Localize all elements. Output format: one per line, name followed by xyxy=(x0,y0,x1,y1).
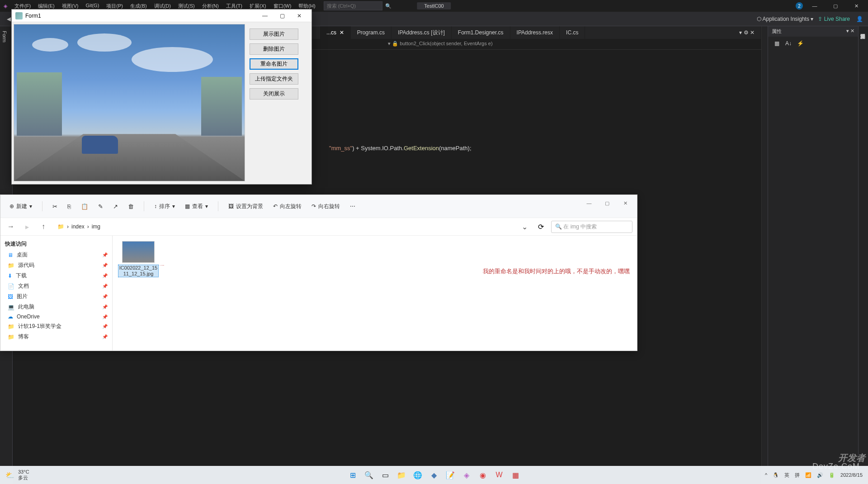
sidebar-quick-access[interactable]: 快速访问 xyxy=(0,238,112,250)
form1-maximize-button[interactable]: ▢ xyxy=(274,10,291,22)
maximize-button[interactable]: ▢ xyxy=(826,0,844,12)
task-view-icon[interactable]: ▭ xyxy=(379,469,392,481)
file-item[interactable]: IC002022_12_1511_12_15.jpg xyxy=(118,241,159,277)
live-share-button[interactable]: ⇪ Live Share xyxy=(818,16,850,22)
weather-text: 多云 xyxy=(18,475,29,481)
prop-alpha-icon[interactable]: A↓ xyxy=(783,38,793,48)
new-button[interactable]: ⊕ 新建 ▾ xyxy=(7,201,35,212)
app-insights-dropdown[interactable]: ⬡ Application Insights ▾ xyxy=(757,16,813,22)
svg-line-0 xyxy=(158,266,619,266)
sidebar-item-scholarship[interactable]: 📁计软19-1班奖学金📌 xyxy=(0,321,112,332)
sidebar-item-thispc[interactable]: 💻此电脑📌 xyxy=(0,302,112,312)
svg-marker-1 xyxy=(158,265,164,266)
app-task-icon-1[interactable]: ◆ xyxy=(428,469,440,481)
tab-form1-designer[interactable]: Form1.Designer.cs xyxy=(452,26,510,39)
account-icon[interactable]: 👤 xyxy=(854,14,864,24)
rename-icon[interactable]: ✎ xyxy=(95,201,106,212)
rotate-left-button[interactable]: ↶ 向左旋转 xyxy=(270,201,304,212)
explorer-minimize-button[interactable]: — xyxy=(580,197,598,209)
explorer-search-input[interactable]: 🔍 在 img 中搜索 xyxy=(551,221,632,233)
tab-program[interactable]: Program.cs xyxy=(351,26,392,39)
delete-icon[interactable]: 🗑 xyxy=(125,201,137,212)
cut-icon[interactable]: ✂ xyxy=(50,201,60,212)
project-name: TestIC00 xyxy=(417,2,451,9)
folder-icon: 📁 xyxy=(57,223,64,230)
notification-badge[interactable]: 2 xyxy=(796,2,803,9)
form1-app-icon xyxy=(15,12,23,19)
solution-explorer-tab[interactable]: 解决方案资源管理器 xyxy=(859,26,867,33)
explorer-close-button[interactable]: ✕ xyxy=(616,197,634,209)
ime-method[interactable]: 拼 xyxy=(795,472,800,479)
nav-forward-icon[interactable]: ▸ xyxy=(21,221,33,233)
tab-active[interactable]: ...cs ✕ xyxy=(320,26,351,39)
left-panel-tab[interactable]: Form xyxy=(0,26,9,47)
more-button[interactable]: ⋯ xyxy=(347,201,358,211)
chrome-task-icon[interactable]: 🌐 xyxy=(411,469,424,481)
address-bar[interactable]: 📁 › index › img xyxy=(54,222,514,232)
sidebar-item-source[interactable]: 📁源代码📌 xyxy=(0,260,112,270)
wifi-icon[interactable]: 📶 xyxy=(805,472,811,478)
nav-up-icon[interactable]: ↑ xyxy=(38,221,49,233)
panel-menu-icon[interactable]: ▾ ✕ xyxy=(846,28,854,35)
paste-icon[interactable]: 📋 xyxy=(78,201,91,212)
tab-ipaddress-resx[interactable]: IPAddress.resx xyxy=(510,26,560,39)
prop-events-icon[interactable]: ⚡ xyxy=(795,38,805,48)
upload-folder-button[interactable]: 上传指定文件夹 xyxy=(250,73,298,85)
refresh-icon[interactable]: ⟳ xyxy=(535,221,547,233)
clock-date[interactable]: 2022/8/15 xyxy=(840,472,863,478)
explorer-task-icon[interactable]: 📁 xyxy=(395,469,408,481)
annotation-arrow xyxy=(158,265,619,266)
search-go-icon[interactable]: 🔍 xyxy=(385,3,392,9)
sidebar-item-downloads[interactable]: ⬇下载📌 xyxy=(0,270,112,281)
volume-icon[interactable]: 🔊 xyxy=(817,472,823,478)
pin-icon: 📌 xyxy=(102,252,108,257)
set-background-button[interactable]: 🖼 设置为背景 xyxy=(226,201,266,212)
sidebar-item-blog[interactable]: 📁博客📌 xyxy=(0,332,112,342)
ime-lang[interactable]: 英 xyxy=(784,472,789,479)
search-icon[interactable]: 🔍 xyxy=(363,469,375,481)
nav-back-icon[interactable]: → xyxy=(5,221,17,233)
path-segment-img[interactable]: img xyxy=(92,223,100,230)
tab-ic[interactable]: IC.cs xyxy=(560,26,585,39)
prop-categorize-icon[interactable]: ▦ xyxy=(772,38,782,48)
file-explorer-window: — ▢ ✕ ⊕ 新建 ▾ ✂ ⎘ 📋 ✎ ↗ 🗑 ↕ 排序 ▾ ▦ 查看 ▾ 🖼… xyxy=(0,195,637,351)
app-task-icon-2[interactable]: 📝 xyxy=(444,469,457,481)
share-icon[interactable]: ↗ xyxy=(110,201,121,212)
path-segment-index[interactable]: index xyxy=(71,223,85,230)
form1-close-button[interactable]: ✕ xyxy=(291,10,308,22)
weather-icon[interactable]: ⛅ xyxy=(5,471,14,479)
form1-minimize-button[interactable]: — xyxy=(256,10,274,22)
rotate-right-button[interactable]: ↷ 向右旋转 xyxy=(309,201,343,212)
tray-chevron-icon[interactable]: ^ xyxy=(765,472,767,478)
image-display xyxy=(14,24,245,181)
sort-button[interactable]: ↕ 排序 ▾ xyxy=(151,201,178,212)
addr-dropdown-icon[interactable]: ⌄ xyxy=(519,221,530,233)
vs-search-input[interactable] xyxy=(324,1,382,10)
rename-image-button[interactable]: 重命名图片 xyxy=(250,58,298,70)
vs-logo-icon: ◈ xyxy=(0,3,11,9)
sidebar-item-desktop[interactable]: 🖥桌面📌 xyxy=(0,250,112,260)
tab-overflow-icon[interactable]: ▾ ⚙ ✕ xyxy=(733,26,761,39)
close-button[interactable]: ✕ xyxy=(847,0,865,12)
app-task-icon-3[interactable]: ◉ xyxy=(476,469,489,481)
app-task-icon-5[interactable]: ▦ xyxy=(509,469,522,481)
annotation-text: 我的重命名是和我时间对的上的哦，不是手动改的，嘿嘿 xyxy=(483,267,630,275)
vs-task-icon[interactable]: ◈ xyxy=(460,469,473,481)
delete-image-button[interactable]: 删除图片 xyxy=(250,43,298,55)
sidebar-item-onedrive[interactable]: ☁OneDrive📌 xyxy=(0,312,112,321)
tab-ipaddress-design[interactable]: IPAddress.cs [设计] xyxy=(392,26,452,39)
view-button[interactable]: ▦ 查看 ▾ xyxy=(182,201,211,212)
sidebar-item-pictures[interactable]: 🖼图片📌 xyxy=(0,291,112,302)
explorer-maximize-button[interactable]: ▢ xyxy=(598,197,616,209)
copy-icon[interactable]: ⎘ xyxy=(65,201,74,212)
tray-icon[interactable]: 🐧 xyxy=(773,472,779,478)
battery-icon[interactable]: 🔋 xyxy=(829,472,835,478)
close-display-button[interactable]: 关闭展示 xyxy=(250,88,298,100)
sidebar-item-documents[interactable]: 📄文档📌 xyxy=(0,281,112,291)
show-image-button[interactable]: 展示图片 xyxy=(250,28,298,40)
start-button[interactable]: ⊞ xyxy=(346,469,359,481)
minimize-button[interactable]: — xyxy=(806,0,824,12)
file-name-label[interactable]: IC002022_12_1511_12_15.jpg xyxy=(118,265,159,277)
app-task-icon-4[interactable]: W xyxy=(493,469,505,481)
code-minimap[interactable] xyxy=(761,26,768,484)
